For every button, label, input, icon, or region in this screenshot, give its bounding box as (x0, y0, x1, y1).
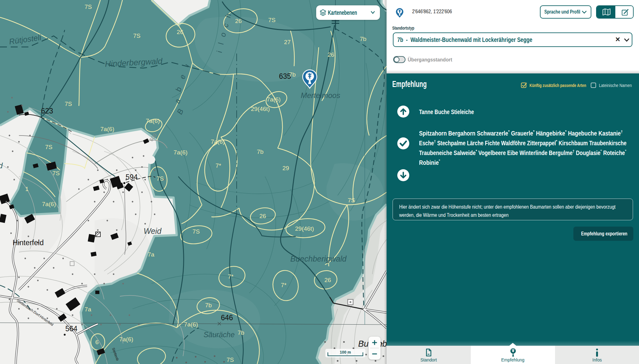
svg-text:623: 623 (41, 107, 53, 115)
svg-text:7b: 7b (289, 71, 296, 78)
svg-text:7a(6): 7a(6) (184, 321, 198, 328)
svg-text:Säuräche: Säuräche (204, 331, 234, 339)
svg-text:27: 27 (284, 39, 291, 45)
svg-text:7a(6): 7a(6) (42, 201, 56, 207)
svg-text:Buechberigwald: Buechberigwald (290, 254, 347, 263)
svg-text:26: 26 (177, 29, 183, 35)
svg-text:7S: 7S (348, 197, 355, 204)
svg-text:6: 6 (95, 339, 99, 345)
svg-text:7a(6): 7a(6) (211, 138, 225, 145)
svg-text:7a(6): 7a(6) (100, 126, 114, 132)
svg-text:7b: 7b (205, 302, 212, 309)
svg-text:564: 564 (65, 325, 78, 333)
svg-text:7S: 7S (85, 3, 92, 10)
svg-text:Hinterfeld: Hinterfeld (13, 239, 44, 247)
svg-text:1: 1 (25, 186, 29, 192)
svg-text:7S: 7S (52, 170, 60, 176)
svg-text:29: 29 (282, 165, 289, 171)
svg-text:7*: 7* (228, 273, 234, 280)
svg-text:7S: 7S (133, 32, 140, 39)
svg-text:7a(6): 7a(6) (174, 149, 187, 156)
svg-text:646: 646 (221, 314, 233, 322)
svg-text:7S: 7S (227, 356, 234, 363)
svg-text:7b: 7b (238, 329, 244, 336)
svg-text:7S: 7S (45, 144, 52, 150)
svg-text:7*: 7* (216, 162, 222, 169)
svg-text:26: 26 (324, 277, 331, 283)
svg-text:7a: 7a (85, 306, 92, 313)
svg-text:Weid: Weid (144, 227, 162, 235)
svg-text:7S: 7S (192, 228, 200, 235)
svg-text:7b: 7b (360, 36, 366, 42)
svg-text:26: 26 (235, 18, 242, 24)
svg-text:7S: 7S (157, 175, 164, 182)
svg-text:7*: 7* (281, 282, 287, 288)
svg-text:7a(6): 7a(6) (146, 118, 160, 124)
svg-text:594: 594 (126, 173, 138, 181)
svg-text:29(46t): 29(46t) (251, 106, 270, 112)
svg-text:7a: 7a (148, 251, 155, 258)
svg-text:26: 26 (259, 213, 266, 219)
svg-text:29(46t): 29(46t) (295, 225, 314, 232)
svg-text:7a(6): 7a(6) (267, 96, 281, 103)
svg-text:Mertelmoos: Mertelmoos (301, 91, 340, 100)
svg-text:7a(6): 7a(6) (119, 336, 133, 343)
svg-text:7b: 7b (257, 148, 263, 155)
svg-text:26: 26 (328, 51, 334, 58)
svg-text:7S: 7S (65, 101, 72, 107)
svg-text:d: d (0, 161, 3, 170)
svg-text:7S: 7S (268, 17, 275, 23)
